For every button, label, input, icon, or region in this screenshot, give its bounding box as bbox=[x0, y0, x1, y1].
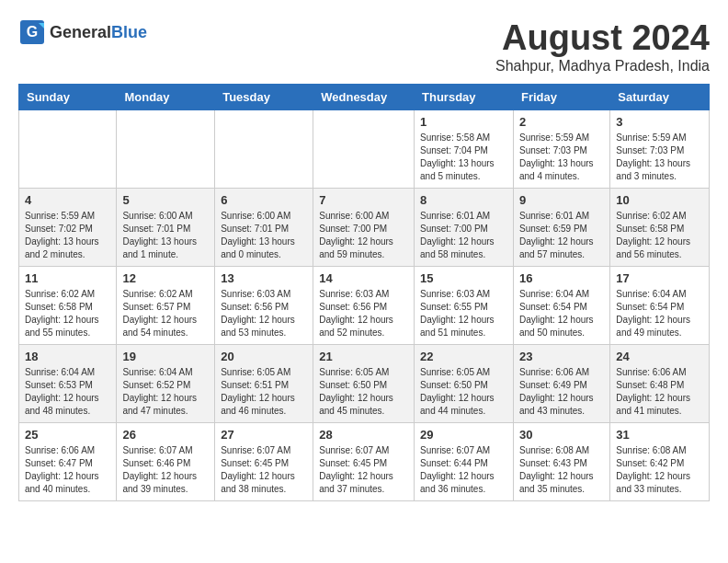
calendar-cell: 20Sunrise: 6:05 AM Sunset: 6:51 PM Dayli… bbox=[215, 345, 313, 423]
calendar-cell: 14Sunrise: 6:03 AM Sunset: 6:56 PM Dayli… bbox=[313, 267, 415, 345]
calendar-cell bbox=[19, 110, 117, 189]
day-info: Sunrise: 6:07 AM Sunset: 6:45 PM Dayligh… bbox=[221, 444, 307, 496]
header-day-tuesday: Tuesday bbox=[215, 85, 313, 110]
calendar-cell: 7Sunrise: 6:00 AM Sunset: 7:00 PM Daylig… bbox=[313, 189, 415, 267]
calendar-cell: 12Sunrise: 6:02 AM Sunset: 6:57 PM Dayli… bbox=[117, 267, 215, 345]
calendar-cell: 26Sunrise: 6:07 AM Sunset: 6:46 PM Dayli… bbox=[117, 423, 215, 501]
day-info: Sunrise: 6:04 AM Sunset: 6:54 PM Dayligh… bbox=[616, 288, 703, 339]
day-info: Sunrise: 6:05 AM Sunset: 6:51 PM Dayligh… bbox=[221, 366, 307, 418]
calendar-cell: 28Sunrise: 6:07 AM Sunset: 6:45 PM Dayli… bbox=[313, 423, 415, 501]
day-info: Sunrise: 6:05 AM Sunset: 6:50 PM Dayligh… bbox=[319, 366, 408, 418]
day-number: 27 bbox=[221, 428, 307, 442]
calendar-cell: 11Sunrise: 6:02 AM Sunset: 6:58 PM Dayli… bbox=[19, 267, 117, 345]
calendar-cell: 23Sunrise: 6:06 AM Sunset: 6:49 PM Dayli… bbox=[513, 345, 609, 423]
day-number: 12 bbox=[122, 271, 209, 285]
header-day-saturday: Saturday bbox=[610, 85, 710, 110]
day-number: 29 bbox=[420, 428, 507, 442]
day-info: Sunrise: 5:59 AM Sunset: 7:03 PM Dayligh… bbox=[616, 132, 703, 183]
day-info: Sunrise: 6:04 AM Sunset: 6:53 PM Dayligh… bbox=[25, 366, 110, 418]
calendar-cell: 15Sunrise: 6:03 AM Sunset: 6:55 PM Dayli… bbox=[415, 267, 514, 345]
calendar-cell: 21Sunrise: 6:05 AM Sunset: 6:50 PM Dayli… bbox=[313, 345, 415, 423]
day-number: 8 bbox=[420, 193, 507, 207]
day-info: Sunrise: 6:03 AM Sunset: 6:55 PM Dayligh… bbox=[420, 288, 507, 339]
calendar-header: SundayMondayTuesdayWednesdayThursdayFrid… bbox=[19, 85, 710, 110]
day-info: Sunrise: 6:07 AM Sunset: 6:46 PM Dayligh… bbox=[122, 444, 209, 496]
logo-text-blue: Blue bbox=[111, 23, 147, 41]
day-number: 19 bbox=[122, 350, 209, 363]
calendar-week-4: 18Sunrise: 6:04 AM Sunset: 6:53 PM Dayli… bbox=[19, 345, 710, 423]
day-number: 2 bbox=[519, 115, 604, 129]
day-number: 30 bbox=[519, 428, 604, 442]
day-number: 25 bbox=[25, 428, 110, 442]
logo: G GeneralBlue bbox=[18, 18, 147, 46]
logo-text-general: General bbox=[50, 23, 111, 41]
day-number: 13 bbox=[221, 271, 307, 285]
day-number: 1 bbox=[420, 115, 507, 129]
calendar-cell: 16Sunrise: 6:04 AM Sunset: 6:54 PM Dayli… bbox=[513, 267, 609, 345]
calendar-cell: 13Sunrise: 6:03 AM Sunset: 6:56 PM Dayli… bbox=[215, 267, 313, 345]
svg-text:G: G bbox=[27, 24, 38, 40]
day-info: Sunrise: 6:04 AM Sunset: 6:54 PM Dayligh… bbox=[519, 288, 604, 339]
day-info: Sunrise: 6:06 AM Sunset: 6:47 PM Dayligh… bbox=[25, 444, 110, 496]
header-day-monday: Monday bbox=[117, 85, 215, 110]
calendar-cell: 18Sunrise: 6:04 AM Sunset: 6:53 PM Dayli… bbox=[19, 345, 117, 423]
calendar-week-5: 25Sunrise: 6:06 AM Sunset: 6:47 PM Dayli… bbox=[19, 423, 710, 501]
day-info: Sunrise: 6:02 AM Sunset: 6:57 PM Dayligh… bbox=[122, 288, 209, 339]
header-day-wednesday: Wednesday bbox=[313, 85, 415, 110]
page-header: G GeneralBlue August 2024 Shahpur, Madhy… bbox=[18, 18, 710, 75]
calendar-cell: 9Sunrise: 6:01 AM Sunset: 6:59 PM Daylig… bbox=[513, 189, 609, 267]
calendar-week-2: 4Sunrise: 5:59 AM Sunset: 7:02 PM Daylig… bbox=[19, 189, 710, 267]
calendar-body: 1Sunrise: 5:58 AM Sunset: 7:04 PM Daylig… bbox=[19, 110, 710, 501]
day-info: Sunrise: 6:00 AM Sunset: 7:01 PM Dayligh… bbox=[221, 210, 307, 261]
day-info: Sunrise: 6:07 AM Sunset: 6:44 PM Dayligh… bbox=[420, 444, 507, 496]
day-number: 24 bbox=[616, 350, 703, 363]
day-number: 28 bbox=[319, 428, 408, 442]
day-number: 7 bbox=[319, 193, 408, 207]
day-number: 20 bbox=[221, 350, 307, 363]
header-day-friday: Friday bbox=[513, 85, 609, 110]
day-info: Sunrise: 6:00 AM Sunset: 7:01 PM Dayligh… bbox=[122, 210, 209, 261]
day-info: Sunrise: 6:08 AM Sunset: 6:42 PM Dayligh… bbox=[616, 444, 703, 496]
calendar-cell: 27Sunrise: 6:07 AM Sunset: 6:45 PM Dayli… bbox=[215, 423, 313, 501]
day-number: 10 bbox=[616, 193, 703, 207]
calendar-cell: 10Sunrise: 6:02 AM Sunset: 6:58 PM Dayli… bbox=[610, 189, 710, 267]
day-number: 22 bbox=[420, 350, 507, 363]
day-number: 5 bbox=[122, 193, 209, 207]
day-info: Sunrise: 5:58 AM Sunset: 7:04 PM Dayligh… bbox=[420, 132, 507, 183]
day-number: 18 bbox=[25, 350, 110, 363]
header-day-sunday: Sunday bbox=[19, 85, 117, 110]
day-number: 14 bbox=[319, 271, 408, 285]
day-info: Sunrise: 6:08 AM Sunset: 6:43 PM Dayligh… bbox=[519, 444, 604, 496]
day-number: 9 bbox=[519, 193, 604, 207]
day-info: Sunrise: 6:01 AM Sunset: 6:59 PM Dayligh… bbox=[519, 210, 604, 261]
calendar-cell: 29Sunrise: 6:07 AM Sunset: 6:44 PM Dayli… bbox=[415, 423, 514, 501]
calendar-cell: 8Sunrise: 6:01 AM Sunset: 7:00 PM Daylig… bbox=[415, 189, 514, 267]
day-info: Sunrise: 6:01 AM Sunset: 7:00 PM Dayligh… bbox=[420, 210, 507, 261]
day-info: Sunrise: 6:03 AM Sunset: 6:56 PM Dayligh… bbox=[221, 288, 307, 339]
calendar-cell: 24Sunrise: 6:06 AM Sunset: 6:48 PM Dayli… bbox=[610, 345, 710, 423]
day-number: 4 bbox=[25, 193, 110, 207]
day-info: Sunrise: 6:06 AM Sunset: 6:48 PM Dayligh… bbox=[616, 366, 703, 418]
calendar-cell: 1Sunrise: 5:58 AM Sunset: 7:04 PM Daylig… bbox=[415, 110, 514, 189]
day-number: 15 bbox=[420, 271, 507, 285]
calendar-cell: 5Sunrise: 6:00 AM Sunset: 7:01 PM Daylig… bbox=[117, 189, 215, 267]
calendar-cell: 30Sunrise: 6:08 AM Sunset: 6:43 PM Dayli… bbox=[513, 423, 609, 501]
calendar-cell bbox=[215, 110, 313, 189]
day-number: 11 bbox=[25, 271, 110, 285]
calendar-cell bbox=[313, 110, 415, 189]
day-info: Sunrise: 6:03 AM Sunset: 6:56 PM Dayligh… bbox=[319, 288, 408, 339]
day-info: Sunrise: 6:05 AM Sunset: 6:50 PM Dayligh… bbox=[420, 366, 507, 418]
day-info: Sunrise: 6:07 AM Sunset: 6:45 PM Dayligh… bbox=[319, 444, 408, 496]
calendar-cell: 31Sunrise: 6:08 AM Sunset: 6:42 PM Dayli… bbox=[610, 423, 710, 501]
day-info: Sunrise: 6:06 AM Sunset: 6:49 PM Dayligh… bbox=[519, 366, 604, 418]
calendar-week-3: 11Sunrise: 6:02 AM Sunset: 6:58 PM Dayli… bbox=[19, 267, 710, 345]
calendar-cell: 22Sunrise: 6:05 AM Sunset: 6:50 PM Dayli… bbox=[415, 345, 514, 423]
day-number: 31 bbox=[616, 428, 703, 442]
calendar-cell: 17Sunrise: 6:04 AM Sunset: 6:54 PM Dayli… bbox=[610, 267, 710, 345]
day-number: 6 bbox=[221, 193, 307, 207]
calendar-cell bbox=[117, 110, 215, 189]
calendar-cell: 25Sunrise: 6:06 AM Sunset: 6:47 PM Dayli… bbox=[19, 423, 117, 501]
day-number: 23 bbox=[519, 350, 604, 363]
day-info: Sunrise: 5:59 AM Sunset: 7:03 PM Dayligh… bbox=[519, 132, 604, 183]
header-row: SundayMondayTuesdayWednesdayThursdayFrid… bbox=[19, 85, 710, 110]
